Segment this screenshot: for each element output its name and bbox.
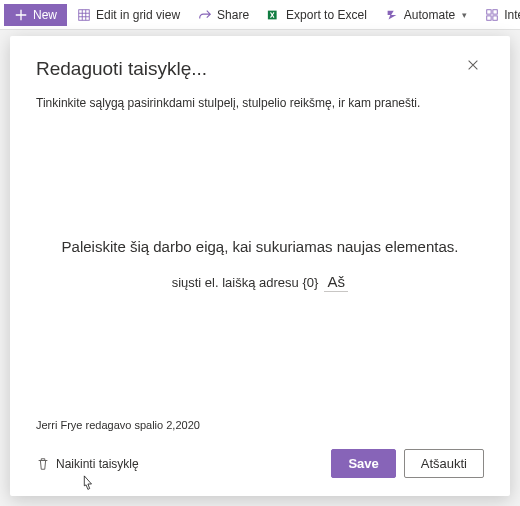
cancel-button[interactable]: Atšaukti (404, 449, 484, 478)
panel-footer: Naikinti taisyklę Save Atšaukti (36, 449, 484, 478)
delete-rule-button[interactable]: Naikinti taisyklę (36, 457, 139, 471)
new-label: New (33, 8, 57, 22)
share-label: Share (217, 8, 249, 22)
close-button[interactable] (466, 58, 484, 76)
trash-icon (36, 457, 50, 471)
export-excel-button[interactable]: Export to Excel (259, 4, 375, 26)
excel-icon (267, 8, 281, 22)
save-button[interactable]: Save (331, 449, 395, 478)
integrate-icon (485, 8, 499, 22)
delete-label: Naikinti taisyklę (56, 457, 139, 471)
automate-icon (385, 8, 399, 22)
svg-rect-3 (493, 9, 497, 13)
export-label: Export to Excel (286, 8, 367, 22)
grid-icon (77, 8, 91, 22)
integrate-button[interactable]: Integrate ▾ (477, 4, 520, 26)
edit-rule-panel: Redaguoti taisyklę... Tinkinkite sąlygą … (10, 36, 510, 496)
automate-button[interactable]: Automate ▾ (377, 4, 475, 26)
panel-title: Redaguoti taisyklę... (36, 58, 207, 80)
svg-rect-0 (79, 9, 90, 20)
automate-label: Automate (404, 8, 455, 22)
plus-icon (14, 8, 28, 22)
new-button[interactable]: New (4, 4, 67, 26)
share-button[interactable]: Share (190, 4, 257, 26)
svg-rect-2 (487, 9, 491, 13)
recipient-slot[interactable]: Aš (324, 273, 348, 292)
workflow-description: Paleiskite šią darbo eigą, kai sukuriama… (62, 238, 459, 255)
share-icon (198, 8, 212, 22)
command-bar: New Edit in grid view Share Export to Ex… (0, 0, 520, 30)
chevron-down-icon: ▾ (462, 10, 467, 20)
edit-grid-label: Edit in grid view (96, 8, 180, 22)
send-prefix: siųsti el. laišką adresu {0} (172, 275, 319, 290)
close-icon (466, 58, 480, 72)
panel-subtitle: Tinkinkite sąlygą pasirinkdami stulpelį,… (36, 96, 484, 110)
edit-meta: Jerri Frye redagavo spalio 2,2020 (36, 419, 484, 431)
svg-rect-5 (493, 15, 497, 19)
integrate-label: Integrate (504, 8, 520, 22)
rule-body: Paleiskite šią darbo eigą, kai sukuriama… (36, 110, 484, 419)
edit-grid-button[interactable]: Edit in grid view (69, 4, 188, 26)
svg-rect-4 (487, 15, 491, 19)
send-email-line: siųsti el. laišką adresu {0} Aš (172, 273, 349, 292)
